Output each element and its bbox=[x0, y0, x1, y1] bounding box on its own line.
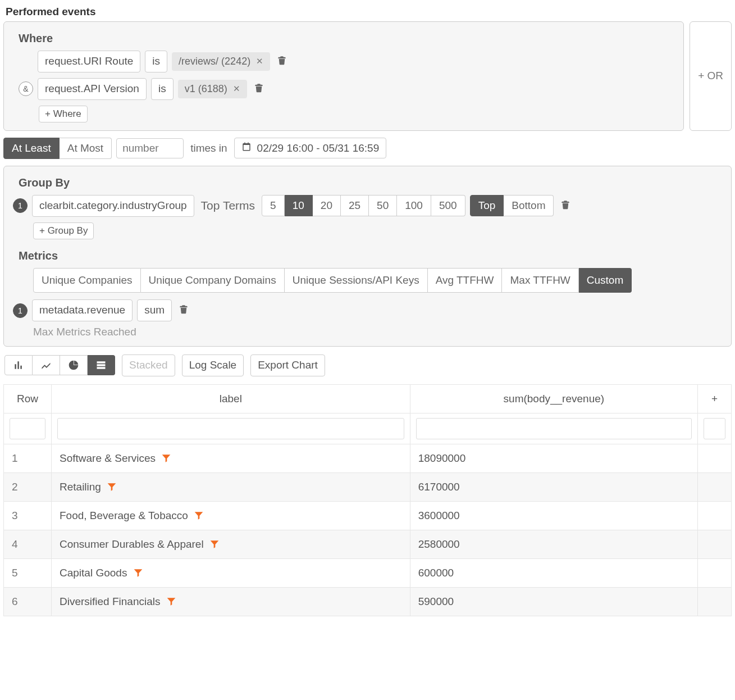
delete-group-by[interactable] bbox=[558, 198, 573, 214]
frequency-number-input[interactable] bbox=[116, 138, 184, 158]
top-bottom-toggle: Top Bottom bbox=[470, 195, 554, 216]
col-label[interactable]: label bbox=[52, 384, 410, 413]
count-50[interactable]: 50 bbox=[369, 195, 397, 216]
group-by-index: 1 bbox=[13, 198, 28, 213]
add-column-button[interactable]: + bbox=[698, 384, 732, 413]
metric-option[interactable]: Unique Sessions/API Keys bbox=[285, 268, 428, 293]
count-20[interactable]: 20 bbox=[313, 195, 341, 216]
metric-option[interactable]: Unique Company Domains bbox=[141, 268, 285, 293]
where-field-0[interactable]: request.URI Route bbox=[38, 51, 140, 72]
add-or-button[interactable]: + OR bbox=[690, 21, 732, 131]
metrics-options: Unique CompaniesUnique Company DomainsUn… bbox=[33, 268, 632, 293]
chip-remove-icon[interactable]: ✕ bbox=[256, 56, 263, 66]
filter-value-input[interactable] bbox=[416, 418, 692, 439]
filter-label-input[interactable] bbox=[57, 418, 404, 439]
where-field-1[interactable]: request.API Version bbox=[38, 78, 147, 100]
metrics-title: Metrics bbox=[19, 249, 722, 262]
metric-option[interactable]: Unique Companies bbox=[33, 268, 141, 293]
filter-extra-input[interactable] bbox=[704, 418, 725, 439]
row-label: Retailing bbox=[52, 472, 410, 501]
metric-field[interactable]: metadata.revenue bbox=[32, 299, 133, 321]
table-view-icon[interactable] bbox=[88, 355, 115, 375]
table-row: 3Food, Beverage & Tobacco 3600000 bbox=[4, 501, 732, 530]
delete-where-row-1[interactable] bbox=[252, 81, 266, 97]
filter-icon[interactable] bbox=[130, 567, 143, 579]
where-op-1[interactable]: is bbox=[151, 78, 174, 100]
filter-icon[interactable] bbox=[191, 510, 203, 521]
row-extra bbox=[698, 587, 732, 616]
count-5[interactable]: 5 bbox=[262, 195, 285, 216]
col-value[interactable]: sum(body__revenue) bbox=[410, 384, 697, 413]
performed-events-title: Performed events bbox=[6, 6, 732, 18]
row-value: 18090000 bbox=[410, 444, 697, 472]
row-value: 3600000 bbox=[410, 501, 697, 530]
table-row: 1Software & Services 18090000 bbox=[4, 444, 732, 472]
date-range-picker[interactable]: 02/29 16:00 - 05/31 16:59 bbox=[234, 138, 387, 158]
where-op-0[interactable]: is bbox=[145, 51, 167, 72]
at-most-button[interactable]: At Most bbox=[60, 138, 112, 159]
row-number: 4 bbox=[4, 530, 52, 558]
table-row: 5Capital Goods 600000 bbox=[4, 558, 732, 587]
frequency-mode: At Least At Most bbox=[3, 138, 112, 159]
chip-remove-icon[interactable]: ✕ bbox=[233, 84, 240, 94]
row-number: 5 bbox=[4, 558, 52, 587]
top-button[interactable]: Top bbox=[470, 195, 504, 216]
pie-chart-icon[interactable] bbox=[60, 355, 88, 375]
filter-icon[interactable] bbox=[163, 596, 176, 607]
table-row: 2Retailing 6170000 bbox=[4, 472, 732, 501]
filter-icon[interactable] bbox=[207, 538, 219, 550]
row-value: 590000 bbox=[410, 587, 697, 616]
count-100[interactable]: 100 bbox=[397, 195, 431, 216]
times-in-label: times in bbox=[190, 142, 227, 154]
group-by-title: Group By bbox=[19, 176, 722, 189]
row-label: Diversified Financials bbox=[52, 587, 410, 616]
row-value: 6170000 bbox=[410, 472, 697, 501]
log-scale-button[interactable]: Log Scale bbox=[182, 354, 244, 376]
group-by-field[interactable]: clearbit.category.industryGroup bbox=[32, 195, 194, 217]
filter-icon[interactable] bbox=[104, 481, 116, 493]
metric-index: 1 bbox=[13, 303, 28, 318]
and-connector[interactable]: & bbox=[19, 81, 33, 96]
where-title: Where bbox=[19, 32, 674, 45]
row-label: Capital Goods bbox=[52, 558, 410, 587]
count-25[interactable]: 25 bbox=[341, 195, 369, 216]
bottom-button[interactable]: Bottom bbox=[504, 195, 554, 216]
row-label: Consumer Durables & Apparel bbox=[52, 530, 410, 558]
table-row: 6Diversified Financials 590000 bbox=[4, 587, 732, 616]
row-number: 3 bbox=[4, 501, 52, 530]
filter-row-input[interactable] bbox=[10, 418, 45, 439]
max-metrics-label: Max Metrics Reached bbox=[33, 326, 722, 338]
where-chip-1[interactable]: v1 (6188) ✕ bbox=[178, 80, 247, 98]
metric-option[interactable]: Max TTFHW bbox=[502, 268, 578, 293]
row-label: Software & Services bbox=[52, 444, 410, 472]
delete-metric[interactable] bbox=[176, 302, 191, 319]
row-value: 2580000 bbox=[410, 530, 697, 558]
count-10[interactable]: 10 bbox=[285, 195, 313, 216]
at-least-button[interactable]: At Least bbox=[3, 138, 60, 159]
table-row: 4Consumer Durables & Apparel 2580000 bbox=[4, 530, 732, 558]
metric-option[interactable]: Avg TTFHW bbox=[428, 268, 503, 293]
row-value: 600000 bbox=[410, 558, 697, 587]
where-chip-0[interactable]: /reviews/ (2242) ✕ bbox=[172, 52, 270, 71]
line-chart-icon[interactable] bbox=[33, 355, 60, 375]
export-chart-button[interactable]: Export Chart bbox=[250, 354, 325, 376]
add-group-by-button[interactable]: + Group By bbox=[33, 222, 94, 239]
metric-agg[interactable]: sum bbox=[137, 299, 172, 321]
filter-icon[interactable] bbox=[158, 452, 171, 464]
row-extra bbox=[698, 472, 732, 501]
stacked-button[interactable]: Stacked bbox=[122, 354, 175, 376]
col-row[interactable]: Row bbox=[4, 384, 52, 413]
top-terms-count: 510202550100500 bbox=[262, 195, 465, 216]
metric-option[interactable]: Custom bbox=[579, 268, 632, 293]
add-where-button[interactable]: + Where bbox=[39, 106, 88, 122]
row-label: Food, Beverage & Tobacco bbox=[52, 501, 410, 530]
row-number: 2 bbox=[4, 472, 52, 501]
top-terms-label: Top Terms bbox=[201, 199, 255, 212]
calendar-icon bbox=[241, 142, 252, 154]
chart-type-toggle bbox=[4, 355, 115, 375]
count-500[interactable]: 500 bbox=[431, 195, 465, 216]
row-number: 1 bbox=[4, 444, 52, 472]
bar-chart-icon[interactable] bbox=[4, 355, 33, 375]
delete-where-row-0[interactable] bbox=[275, 53, 289, 70]
row-number: 6 bbox=[4, 587, 52, 616]
